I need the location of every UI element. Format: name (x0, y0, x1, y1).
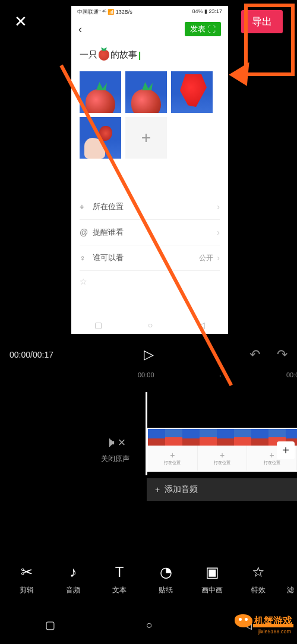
grid-image (80, 71, 121, 113)
clip-thumbnail (148, 429, 165, 446)
video-preview[interactable]: 中国联通" ⁴ᴳ 📶 132B/s 84% ▮ 23:17 ‹ 发表 ⛶ 一只 … (71, 6, 228, 334)
grid-image (125, 71, 167, 113)
favorite-icon: ☆ (80, 271, 220, 292)
chevron-right-icon: › (217, 253, 220, 263)
option-mention: @ 提醒谁看 › (80, 220, 220, 245)
tool-edit[interactable]: ✂ 剪辑 (4, 564, 50, 595)
recent-icon: ▢ (94, 320, 102, 330)
tool-audio[interactable]: ♪ 音频 (50, 564, 96, 595)
home-button-icon[interactable]: ○ (146, 619, 153, 632)
home-icon: ○ (148, 320, 153, 330)
clip-thumbnail (182, 429, 200, 446)
location-icon: ⌖ (80, 202, 93, 212)
plus-icon: + (155, 485, 160, 494)
chevron-right-icon: › (217, 228, 220, 237)
filter-icon (282, 564, 297, 582)
recent-apps-icon[interactable]: ▢ (45, 618, 55, 632)
close-icon[interactable]: ✕ (14, 12, 27, 31)
tool-sticker[interactable]: ◔ 贴纸 (143, 564, 189, 595)
crab-logo-icon (235, 614, 252, 627)
mention-icon: @ (80, 228, 93, 237)
ruler-mark: 00:02 (286, 371, 297, 386)
option-visibility: ♀ 谁可以看 公开 › (80, 245, 220, 271)
arrow-head-annotation (229, 56, 258, 86)
expand-icon: ⛶ (208, 25, 216, 34)
add-audio-track[interactable]: + 添加音频 (147, 478, 297, 501)
status-right: 84% ▮ 23:17 (192, 8, 222, 16)
sticker-icon: ◔ (143, 564, 189, 582)
timeline-ruler[interactable]: 00:00 ● 00:02 ● (0, 371, 297, 386)
option-location: ⌖ 所在位置 › (80, 194, 220, 220)
tool-fx[interactable]: ☆ 特效 (235, 564, 282, 595)
tool-pip[interactable]: ▣ 画中画 (189, 564, 235, 595)
pip-icon: ▣ (189, 564, 235, 582)
phone-nav-bar: ▢ ○ ◁ (71, 316, 228, 334)
speaker-muted-icon: 🕨× (101, 435, 129, 450)
strawberry-emoji (99, 50, 109, 61)
tool-filter[interactable]: 滤 (282, 564, 297, 595)
play-button[interactable]: ▷ (144, 347, 154, 362)
add-image-tile: + (125, 117, 167, 159)
toolbar: ✂ 剪辑 ♪ 音频 T 文本 ◔ 贴纸 ▣ 画中画 ☆ 特效 滤 (0, 556, 297, 602)
publish-button: 发表 ⛶ (185, 22, 221, 36)
ruler-mark: 00:00 (138, 371, 154, 386)
tool-text[interactable]: T 文本 (96, 564, 143, 595)
music-note-icon: ♪ (50, 564, 96, 582)
clip-thumbnail (165, 429, 182, 446)
clip-thumbnail (251, 429, 268, 446)
time-display: 00:00/00:17 (10, 350, 53, 359)
post-title: 一只 的故事 | (71, 40, 228, 65)
star-icon: ☆ (235, 564, 282, 582)
grid-image (80, 117, 121, 159)
grid-image (171, 71, 213, 113)
phone-back-icon: ‹ (78, 23, 82, 36)
clip-thumbnail (217, 429, 234, 446)
status-left: 中国联通" ⁴ᴳ 📶 132B/s (77, 8, 132, 16)
image-grid: + (71, 65, 228, 165)
mute-toggle[interactable]: 🕨× 关闭原声 (101, 435, 129, 464)
playhead[interactable] (146, 392, 147, 475)
phone-status-bar: 中国联通" ⁴ᴳ 📶 132B/s 84% ▮ 23:17 (71, 6, 228, 18)
clip-section: +打在位置 (198, 446, 248, 471)
undo-button[interactable]: ↶ (249, 347, 260, 362)
watermark-url: jixie5188.com (258, 629, 291, 634)
clip-thumbnail (200, 429, 217, 446)
add-clip-button[interactable]: + (277, 441, 295, 459)
back-icon: ◁ (198, 320, 205, 330)
watermark: 机蟹游戏 (235, 614, 292, 627)
clip-section: +打在位置 (148, 446, 198, 471)
text-icon: T (96, 564, 143, 582)
export-button[interactable]: 导出 (241, 10, 283, 33)
clip-thumbnail (234, 429, 251, 446)
redo-button[interactable]: ↷ (277, 347, 287, 362)
text-cursor: | (138, 50, 141, 60)
person-icon: ♀ (80, 253, 93, 263)
video-clip[interactable]: +打在位置 +打在位置 +打在位置 (147, 428, 297, 472)
scissors-icon: ✂ (4, 564, 50, 582)
chevron-right-icon: › (217, 202, 220, 211)
